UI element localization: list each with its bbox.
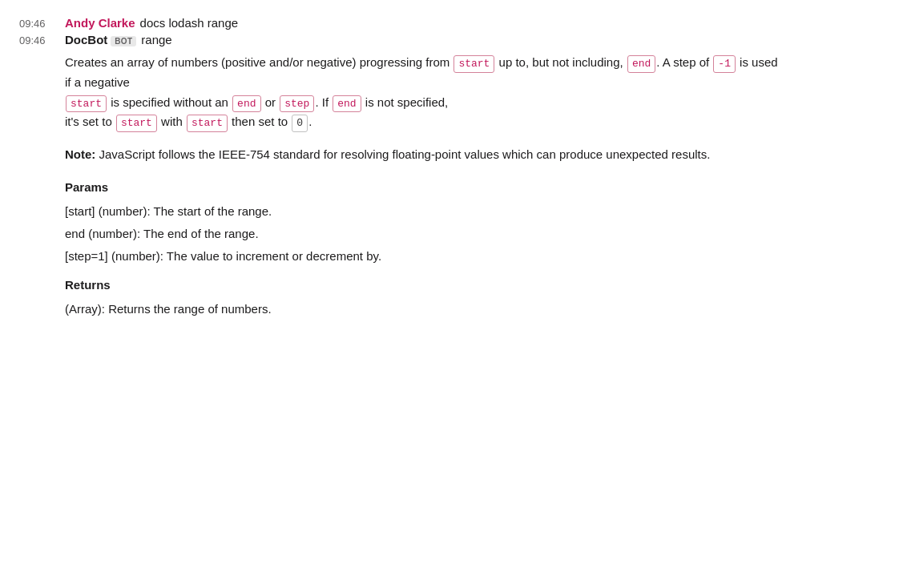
- desc-text-7: . If: [315, 95, 332, 109]
- doc-params-section: Params [start] (number): The start of th…: [65, 178, 786, 266]
- returns-text: (Array): Returns the range of numbers.: [65, 300, 786, 319]
- desc-text-9: it's set to: [65, 115, 115, 128]
- desc-text-6: or: [262, 95, 280, 109]
- desc-text-10: with: [158, 115, 186, 128]
- token-zero: 0: [292, 115, 308, 132]
- sender-andy: Andy Clarke: [65, 16, 135, 30]
- desc-text-5: is specified without an: [107, 95, 232, 109]
- params-title: Params: [65, 178, 786, 197]
- token-start-3: start: [116, 115, 157, 132]
- doc-content: Creates an array of numbers (positive an…: [65, 53, 786, 319]
- param-step: [step=1] (number): The value to incremen…: [65, 247, 786, 266]
- bot-badge: BOT: [111, 36, 136, 46]
- doc-description: Creates an array of numbers (positive an…: [65, 53, 786, 132]
- desc-text-2: up to, but not including,: [495, 55, 626, 69]
- token-start-1: start: [454, 55, 494, 73]
- doc-note: Note: JavaScript follows the IEEE-754 st…: [65, 145, 786, 165]
- returns-title: Returns: [65, 276, 786, 295]
- param-start: [start] (number): The start of the range…: [65, 202, 786, 221]
- message-row-docbot: 09:46 DocBot BOT range: [19, 33, 880, 46]
- desc-text-12: .: [308, 115, 312, 128]
- token-end-1: end: [627, 55, 655, 73]
- desc-text-8: is not specified,: [362, 95, 449, 109]
- desc-text-3: . A step of: [656, 55, 712, 69]
- token-step: step: [280, 95, 314, 113]
- token-end-2: end: [232, 95, 260, 113]
- token-start-4: start: [187, 115, 228, 132]
- note-bold: Note:: [65, 147, 95, 161]
- message-row-andy: 09:46 Andy Clarke docs lodash range: [19, 16, 880, 30]
- desc-text-11: then set to: [228, 115, 291, 128]
- token-end-3: end: [333, 95, 361, 113]
- message-text-andy: docs lodash range: [140, 16, 239, 30]
- param-end: end (number): The end of the range.: [65, 224, 786, 244]
- token-start-2: start: [66, 95, 107, 113]
- timestamp-docbot: 09:46: [19, 34, 55, 46]
- token-neg1: -1: [713, 55, 736, 73]
- sender-docbot: DocBot: [65, 33, 107, 46]
- desc-text-1: Creates an array of numbers (positive an…: [65, 55, 453, 69]
- doc-returns-section: Returns (Array): Returns the range of nu…: [65, 276, 786, 319]
- note-text: JavaScript follows the IEEE-754 standard…: [95, 147, 710, 161]
- docbot-command: range: [141, 33, 171, 46]
- timestamp-andy: 09:46: [19, 18, 55, 30]
